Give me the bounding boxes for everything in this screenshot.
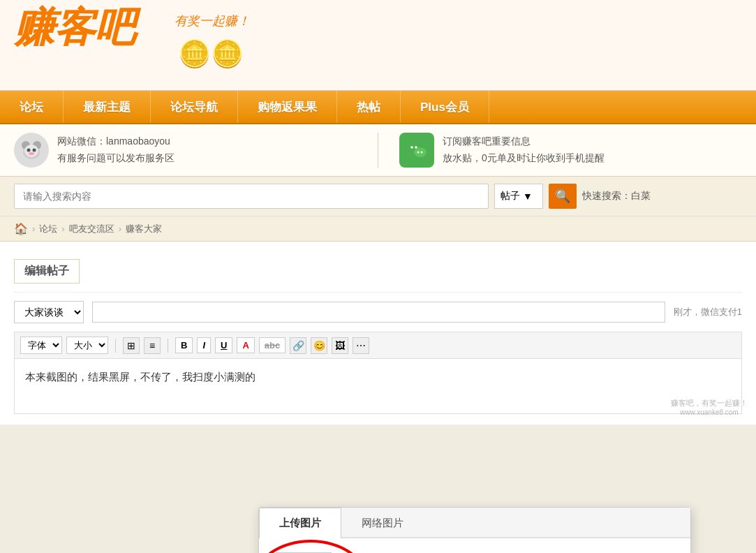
svg-point-5	[33, 149, 36, 152]
breadcrumb-zone[interactable]: 吧友交流区	[69, 223, 114, 235]
page-content: 编辑帖子 大家谈谈 刚才，微信支付1 字体 大小 ⊞ ≡ B I U A abc…	[0, 242, 756, 425]
svg-point-11	[417, 152, 420, 154]
tab-upload[interactable]: 上传图片	[259, 508, 341, 538]
nav-item-latest[interactable]: 最新主题	[64, 91, 151, 123]
bold-button[interactable]: B	[175, 337, 193, 353]
nav-item-nav[interactable]: 论坛导航	[151, 91, 238, 123]
infobar-left: 网站微信：lanmaobaoyou 有服务问题可以发布服务区	[14, 133, 357, 168]
emoji-icon[interactable]: 😊	[311, 337, 327, 354]
nav-item-hot[interactable]: 热帖	[337, 91, 401, 123]
toolbar-sep-1	[115, 339, 116, 353]
align-icon[interactable]: ≡	[144, 337, 161, 354]
infobar: 网站微信：lanmaobaoyou 有服务问题可以发布服务区 订阅赚客吧重要信息…	[0, 124, 756, 177]
font-select[interactable]: 字体	[20, 337, 62, 354]
svg-point-3	[24, 145, 38, 157]
editor-toolbar: 字体 大小 ⊞ ≡ B I U A abc 🔗 😊 🖼 ⋯	[14, 332, 742, 358]
watermark: 赚客吧，有奖一起赚！ www.xuanke8.com	[671, 398, 748, 416]
size-select[interactable]: 大小	[66, 337, 108, 354]
font-color-button[interactable]: A	[237, 337, 254, 353]
searchbar: 帖子 ▼ 🔍 快速搜索：白菜	[0, 177, 756, 216]
infobar-left-text: 网站微信：lanmaobaoyou 有服务问题可以发布服务区	[57, 133, 175, 167]
logo-main: 赚客吧	[14, 7, 135, 47]
infobar-right-text: 订阅赚客吧重要信息 放水贴，0元单及时让你收到手机提醒	[443, 133, 605, 167]
upload-dialog: 上传图片 网络图片 !	[258, 507, 691, 553]
editor-area[interactable]: 本来截图的，结果黑屏，不传了，我扫度小满测的	[14, 358, 742, 414]
home-icon[interactable]: 🏠	[14, 222, 28, 235]
site-header: 赚客吧 有奖一起赚！ 🪙🪙	[0, 0, 756, 91]
tab-network[interactable]: 网络图片	[341, 508, 424, 538]
nav-item-plus[interactable]: Plus会员	[401, 91, 489, 123]
italic-button[interactable]: I	[197, 337, 211, 353]
upload-content: ! 💡 点击图片添加到帖子内容中 文件尺寸： 大小不限制 ，可用扩展名： jpg	[259, 538, 690, 553]
nav-item-forum[interactable]: 论坛	[0, 91, 64, 123]
breadcrumb: 🏠 › 论坛 › 吧友交流区 › 赚客大家	[0, 216, 756, 242]
editor-content: 本来截图的，结果黑屏，不传了，我扫度小满测的	[25, 371, 255, 383]
infobar-right: 订阅赚客吧重要信息 放水贴，0元单及时让你收到手机提醒	[378, 133, 742, 168]
svg-point-12	[421, 152, 423, 154]
upload-tabs: 上传图片 网络图片	[259, 508, 690, 538]
more-icon[interactable]: ⋯	[353, 337, 369, 354]
nav-item-shopping[interactable]: 购物返果果	[238, 91, 337, 123]
svg-point-6	[29, 152, 34, 155]
main-navbar: 论坛 最新主题 论坛导航 购物返果果 热帖 Plus会员	[0, 91, 756, 124]
search-input[interactable]	[14, 184, 489, 209]
red-circle-annotation	[255, 540, 366, 553]
post-title-input[interactable]	[92, 302, 665, 323]
logo-subtitle: 有奖一起赚！	[175, 13, 250, 29]
svg-point-9	[410, 146, 413, 149]
svg-point-10	[415, 146, 417, 149]
logo-coins: 🪙🪙	[178, 38, 244, 69]
underline-button[interactable]: U	[215, 337, 232, 353]
section-select[interactable]: 大家谈谈	[14, 301, 84, 323]
post-title-hint: 刚才，微信支付1	[674, 306, 742, 318]
search-icon: 🔍	[555, 189, 570, 204]
breadcrumb-forum[interactable]: 论坛	[39, 223, 57, 235]
link-icon[interactable]: 🔗	[290, 337, 306, 354]
infobar-left-icon	[14, 133, 49, 168]
search-button[interactable]: 🔍	[549, 184, 577, 209]
search-dropdown[interactable]: 帖子 ▼	[494, 184, 543, 209]
quick-search-text: 快速搜索：白菜	[582, 190, 651, 202]
svg-point-4	[27, 149, 31, 152]
grid-icon[interactable]: ⊞	[123, 337, 140, 354]
image-icon[interactable]: 🖼	[332, 337, 348, 354]
wechat-icon	[399, 133, 434, 168]
section-row: 大家谈谈 刚才，微信支付1	[14, 301, 742, 323]
edit-post-title-label: 编辑帖子	[14, 259, 80, 283]
strikethrough-button[interactable]: abc	[259, 337, 286, 353]
toolbar-sep-2	[168, 339, 168, 353]
svg-point-8	[414, 147, 427, 157]
breadcrumb-section[interactable]: 赚客大家	[126, 223, 162, 235]
edit-post-header: 编辑帖子	[14, 252, 742, 293]
